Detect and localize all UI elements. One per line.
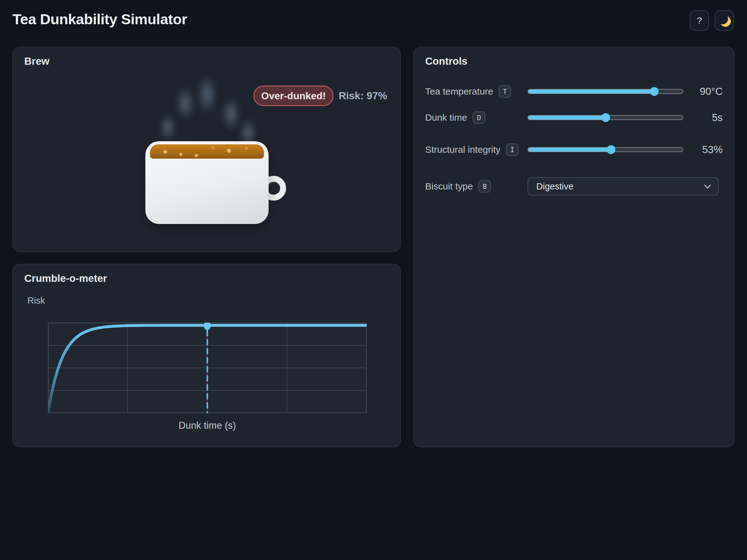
- tea-crumb: [179, 153, 182, 156]
- tea-temperature-label-group: Tea temperature T: [425, 85, 527, 98]
- moon-icon: [717, 14, 728, 24]
- tea-surface: [150, 144, 264, 159]
- tea-crumb: [227, 149, 231, 153]
- biscuit-type-label: Biscuit type: [425, 180, 473, 193]
- dunk-time-row: Dunk time D 5s: [425, 106, 723, 129]
- tea-temperature-value: 90°C: [683, 85, 723, 97]
- shortcut-key-badge: I: [506, 143, 518, 156]
- biscuit-type-select-wrap: Digestive: [527, 177, 719, 195]
- structural-integrity-row: Structural integrity I 53%: [425, 136, 723, 163]
- mug-illustration: [145, 141, 268, 224]
- risk-axis-label: Risk: [27, 296, 45, 306]
- risk-readout: Risk: 97%: [339, 85, 387, 106]
- status-badge: Over-dunked!: [253, 85, 334, 106]
- crumble-o-meter-card: Crumble-o-meter Risk: [12, 264, 401, 447]
- structural-integrity-label-group: Structural integrity I: [425, 143, 527, 156]
- controls-heading: Controls: [425, 55, 467, 67]
- biscuit-type-row: Biscuit type B Digestive: [425, 173, 723, 199]
- dunk-time-label-group: Dunk time D: [425, 111, 527, 124]
- steam-wisp: [222, 98, 240, 130]
- shortcut-key-badge: D: [473, 111, 485, 124]
- shortcut-key-badge: T: [499, 85, 511, 98]
- steam-wisp: [160, 113, 176, 141]
- tea-temperature-slider[interactable]: [527, 80, 683, 103]
- slider-track[interactable]: [527, 147, 683, 152]
- structural-integrity-slider[interactable]: [527, 138, 683, 161]
- tea-temperature-row: Tea temperature T 90°C: [425, 80, 723, 103]
- dunk-time-axis-label: Dunk time (s): [48, 420, 367, 431]
- slider-track[interactable]: [527, 89, 683, 94]
- tea-crumb: [211, 146, 214, 149]
- brew-card: Brew Over-dunked! Risk: 97%: [12, 47, 401, 252]
- risk-curve-chart: [48, 323, 367, 413]
- slider-fill: [528, 89, 654, 93]
- tea-temperature-label: Tea temperature: [425, 85, 493, 98]
- slider-thumb[interactable]: [607, 145, 615, 154]
- steam-wisp: [197, 75, 216, 113]
- theme-toggle-button[interactable]: [715, 10, 734, 31]
- controls-card: Controls Tea temperature T 90°C Dunk tim…: [413, 47, 735, 447]
- tea-crumb: [163, 150, 167, 154]
- slider-fill: [528, 148, 611, 152]
- question-mark-icon: ?: [697, 15, 702, 26]
- page-title: Tea Dunkability Simulator: [12, 10, 187, 28]
- tea-crumb: [245, 147, 248, 150]
- biscuit-type-select[interactable]: Digestive: [527, 177, 719, 195]
- dunk-time-value: 5s: [683, 112, 723, 124]
- crumble-heading: Crumble-o-meter: [24, 272, 107, 284]
- slider-thumb[interactable]: [601, 113, 610, 122]
- slider-fill: [528, 116, 606, 119]
- steam-wisp: [177, 87, 194, 120]
- help-button[interactable]: ?: [690, 10, 709, 31]
- dunk-time-slider[interactable]: [527, 106, 683, 129]
- structural-integrity-value: 53%: [683, 144, 723, 156]
- dunk-time-label: Dunk time: [425, 111, 467, 124]
- tea-crumb: [195, 154, 198, 157]
- shortcut-key-badge: B: [479, 180, 491, 193]
- biscuit-type-label-group: Biscuit type B: [425, 180, 527, 193]
- app-root: Tea Dunkability Simulator ? Brew Over-du…: [0, 0, 747, 560]
- slider-thumb[interactable]: [650, 87, 659, 96]
- brew-heading: Brew: [24, 55, 50, 67]
- structural-integrity-label: Structural integrity: [425, 143, 500, 156]
